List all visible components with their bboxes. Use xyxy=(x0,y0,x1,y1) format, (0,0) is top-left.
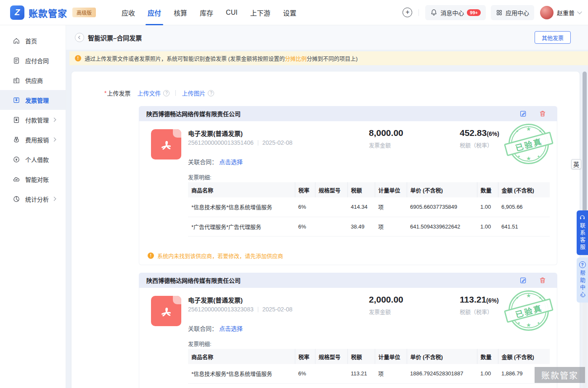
detail-label: 发票明细: xyxy=(188,340,212,348)
user-name: 赵重普 xyxy=(557,8,575,17)
verified-stamp: ✦ ★ ✦ ✦ ★ ✦ 已验真 xyxy=(509,290,549,331)
sidebar-item-label: 首页 xyxy=(25,37,37,45)
sidebar-item-reconciliation[interactable]: 智能对账 xyxy=(0,169,66,189)
invoice-number-row: 25612000000013323083 2025-02-08 xyxy=(188,306,292,313)
edit-icon[interactable] xyxy=(519,276,527,284)
contract-icon xyxy=(13,57,20,64)
nav-tab-payable[interactable]: 应付 xyxy=(141,0,167,25)
nav-tab-settings[interactable]: 设置 xyxy=(277,0,303,25)
notice-text: 通过上传发票文件或者发票照片，系统可智能识别查验发票 (发票金额将按照设置的 xyxy=(85,54,285,62)
logo-icon: Z xyxy=(10,5,24,20)
main-area: 智能识票–合同发票 其他发票 ! 通过上传发票文件或者发票照片，系统可智能识别查… xyxy=(66,25,588,388)
col-amount: 金额 (不含税) xyxy=(498,182,550,197)
invoice-amount: 2,000.00 xyxy=(369,295,403,305)
delete-icon[interactable] xyxy=(539,110,546,117)
pdf-file-icon[interactable] xyxy=(151,296,181,326)
info-icon: ! xyxy=(75,55,81,61)
user-menu[interactable]: 赵重普 xyxy=(540,6,581,19)
company-name: 陕西博德畅达网络传媒有限责任公司 xyxy=(146,276,241,284)
avatar xyxy=(540,6,554,19)
select-contract-link[interactable]: 点击选择 xyxy=(219,325,243,332)
warning-text: 系统内未找到该供应商，若要修改，请先添加供应商 xyxy=(157,252,283,260)
sidebar-item-supplier[interactable]: 供应商 xyxy=(0,70,66,90)
upload-row: * 上传发票 上传文件 ? 上传图片 ? xyxy=(104,89,214,97)
divider xyxy=(258,140,258,146)
invoice-card-body: 电子发票(普通发票) 25612000000013323083 2025-02-… xyxy=(139,288,557,388)
sidebar-item-payable-contract[interactable]: 应付合同 xyxy=(0,50,66,70)
invoice-amount-label: 发票金额 xyxy=(369,141,403,149)
sidebar-item-statistics[interactable]: 统计分析 xyxy=(0,189,66,209)
tax-block: 113.21(6%) 税额（税率） xyxy=(460,295,499,316)
verified-stamp: ✦ ★ ✦ ✦ ★ ✦ 已验真 xyxy=(509,124,549,164)
edit-icon[interactable] xyxy=(519,110,527,117)
sidebar-item-label: 统计分析 xyxy=(25,195,49,203)
contact-service-tab[interactable]: 联系客服 xyxy=(577,210,588,255)
tax-rate: (6%) xyxy=(486,297,499,304)
help-center-tab[interactable]: ? 帮助中心 xyxy=(577,258,588,303)
col-tax: 税额 xyxy=(347,349,375,364)
delete-icon[interactable] xyxy=(539,276,546,284)
bell-icon xyxy=(430,9,437,16)
upload-image-link[interactable]: 上传图片 xyxy=(182,89,205,97)
sidebar-item-personal-loan[interactable]: 个人借款 xyxy=(0,149,66,169)
nav-tab-supply-chain[interactable]: 上下游 xyxy=(244,0,277,25)
col-unit: 计量单位 xyxy=(375,182,407,197)
allocation-ratio-link[interactable]: 分摊比例 xyxy=(285,54,307,62)
message-center-button[interactable]: 消息中心 99+ xyxy=(425,5,486,20)
invoice-detail-table: 商品名称 税率 规格型号 税额 计量单位 单价 (不含税) 数量 金额 (不含税… xyxy=(188,182,550,237)
contact-service-label: 联系客服 xyxy=(578,223,586,251)
col-unit-price: 单价 (不含税) xyxy=(407,349,477,364)
company-name: 陕西博德畅达网络传媒有限责任公司 xyxy=(146,109,241,118)
version-badge: 高级版 xyxy=(72,8,96,17)
invoice-card-2: 陕西博德畅达网络传媒有限责任公司 电子发票(普通发票) 256120000000… xyxy=(139,273,557,388)
loan-icon xyxy=(13,156,20,163)
nav-tab-inventory[interactable]: 库存 xyxy=(193,0,220,25)
col-spec: 规格型号 xyxy=(315,349,347,364)
warning-icon: ! xyxy=(148,252,154,259)
required-mark: * xyxy=(104,90,106,96)
back-button[interactable] xyxy=(75,33,84,42)
related-contract-label: 关联合同： xyxy=(188,325,217,332)
invoice-detail-table: 商品名称 税率 规格型号 税额 计量单位 单价 (不含税) 数量 金额 (不含税… xyxy=(188,349,550,384)
add-icon[interactable]: + xyxy=(403,8,412,17)
select-contract-link[interactable]: 点击选择 xyxy=(219,159,243,165)
sidebar-item-label: 发票管理 xyxy=(25,96,49,104)
watermark: 账款管家 xyxy=(535,367,585,383)
other-invoice-button[interactable]: 其他发票 xyxy=(535,31,571,44)
sidebar-item-invoice[interactable]: 发票管理 xyxy=(0,90,66,110)
related-contract-row: 关联合同：点击选择 xyxy=(188,157,243,166)
col-tax-rate: 税率 xyxy=(295,349,315,364)
pie-chart-icon xyxy=(13,195,20,203)
nav-tab-cui[interactable]: CUI xyxy=(220,0,244,25)
tax-label: 税额（税率） xyxy=(460,141,499,149)
pdf-file-icon[interactable] xyxy=(151,129,181,159)
invoice-date: 2025-02-08 xyxy=(262,139,293,146)
payment-icon xyxy=(13,116,20,124)
content-panel: * 上传发票 上传文件 ? 上传图片 ? 陕西博德畅达网络传媒有限责任公司 电子… xyxy=(72,72,580,388)
related-contract-label: 关联合同： xyxy=(188,159,217,165)
col-tax: 税额 xyxy=(347,182,375,197)
sidebar: 首页 应付合同 供应商 发票管理 付款管理 费用报销 个人借款 智能对账 统计分… xyxy=(0,25,66,388)
nav-tab-accounting[interactable]: 核算 xyxy=(167,0,193,25)
chevron-right-icon xyxy=(52,197,56,201)
app-logo[interactable]: Z 账款管家 高级版 xyxy=(10,5,96,20)
app-center-button[interactable]: 应用中心 xyxy=(491,5,534,20)
question-icon[interactable]: ? xyxy=(208,90,214,96)
message-center-label: 消息中心 xyxy=(440,8,464,17)
table-row: *信息技术服务*信息系统增值服务6%414.34项6905.6603773584… xyxy=(188,197,550,217)
chevron-right-icon xyxy=(52,118,56,122)
home-icon xyxy=(13,37,20,45)
sidebar-item-payment[interactable]: 付款管理 xyxy=(0,110,66,130)
tax-amount: 113.21 xyxy=(460,295,486,304)
nav-tab-receivable[interactable]: 应收 xyxy=(115,0,141,25)
related-contract-row: 关联合同：点击选择 xyxy=(188,324,243,332)
sidebar-item-label: 付款管理 xyxy=(25,116,49,124)
message-count-badge: 99+ xyxy=(467,9,481,16)
sidebar-item-expense[interactable]: 费用报销 xyxy=(0,130,66,149)
ime-indicator: 英 xyxy=(571,159,581,169)
sidebar-item-home[interactable]: 首页 xyxy=(0,31,66,50)
upload-file-link[interactable]: 上传文件 xyxy=(137,89,161,97)
question-icon[interactable]: ? xyxy=(163,90,170,96)
invoice-amount: 8,000.00 xyxy=(369,128,403,138)
col-qty: 数量 xyxy=(477,349,498,364)
